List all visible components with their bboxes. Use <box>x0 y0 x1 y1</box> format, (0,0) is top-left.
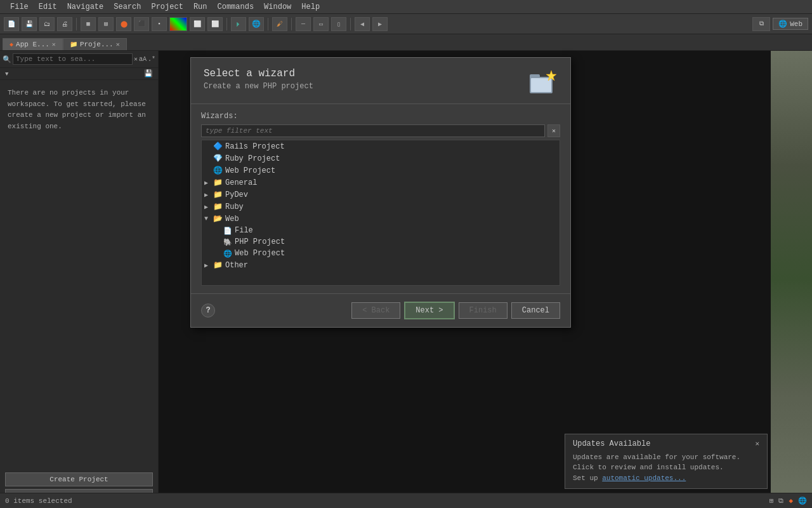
tree-label-other: Other <box>225 261 248 270</box>
ruby-folder-icon: 📁 <box>213 202 223 211</box>
help-button[interactable]: ? <box>201 304 215 318</box>
view-btn1[interactable]: ▦ <box>81 17 96 31</box>
tree-item-rails[interactable]: 🔷 Rails Project <box>202 140 560 152</box>
tree-arrow-pydev: ▶ <box>204 191 211 199</box>
wizard-svg-icon <box>527 68 558 98</box>
view-btn2[interactable]: ▤ <box>98 17 114 31</box>
file-icon: 📄 <box>223 227 232 235</box>
fwd-btn[interactable]: ▶ <box>372 17 388 31</box>
deploy-btn[interactable]: ⏵ <box>231 17 246 31</box>
tab-appexplorer-close[interactable]: ✕ <box>52 41 56 48</box>
cancel-button[interactable]: Cancel <box>511 302 560 319</box>
menu-window[interactable]: Window <box>259 1 296 13</box>
tree-label-php: PHP Project <box>235 237 285 246</box>
tree-item-general[interactable]: ▶ 📁 General <box>202 177 560 189</box>
finish-button[interactable]: Finish <box>459 302 508 319</box>
updates-close-icon[interactable]: ✕ <box>755 439 759 448</box>
font-size-btn[interactable]: aA <box>139 56 147 63</box>
bar2-btn[interactable]: ▯ <box>331 17 346 31</box>
tree-arrow-general: ▶ <box>204 179 211 187</box>
tree-label-file: File <box>235 226 253 235</box>
line-btn[interactable]: — <box>296 17 311 31</box>
save-all-button[interactable]: 🗂 <box>39 17 55 31</box>
tree-item-file[interactable]: 📄 File <box>202 225 560 236</box>
view-btn4[interactable]: ▪ <box>152 17 167 31</box>
menu-file[interactable]: File <box>5 1 34 13</box>
tree-label-web: Web <box>225 215 239 224</box>
create-project-button[interactable]: Create Project <box>5 472 153 486</box>
tab-bar: ◆ App E... ✕ 📁 Proje... ✕ <box>0 34 812 51</box>
tab-appexplorer-icon: ◆ <box>10 41 13 48</box>
tree-item-other[interactable]: ▶ 📁 Other <box>202 259 560 271</box>
tree-item-php-project[interactable]: 🐘 PHP Project <box>202 236 560 248</box>
filter-input[interactable] <box>201 124 545 137</box>
new-button[interactable]: 📄 <box>4 17 19 31</box>
toolbar: 📄 💾 🗂 🖨 ▦ ▤ ⬤ ⬛ ▪ ⬜ ⬜ ⏵ 🌐 🖌 — ▭ ▯ ◀ ▶ ⧉ … <box>0 14 812 34</box>
tab-project-label: Proje... <box>80 41 114 48</box>
status-bar: 0 items selected ⊞ ⧉ ◆ 🌐 <box>0 493 812 508</box>
wizards-label: Wizards: <box>201 112 560 121</box>
menu-navigate[interactable]: Navigate <box>62 1 109 13</box>
status-icon1[interactable]: ⊞ <box>769 497 774 505</box>
tree-label-general: General <box>225 178 257 187</box>
tree-item-ruby-folder[interactable]: ▶ 📁 Ruby <box>202 201 560 213</box>
view-btn6[interactable]: ⬜ <box>207 17 223 31</box>
color-picker[interactable] <box>169 17 187 31</box>
collapse-btn[interactable]: ▼ 💾 <box>0 68 158 80</box>
bar-btn[interactable]: ▭ <box>313 17 329 31</box>
brush-btn[interactable]: 🖌 <box>272 17 287 31</box>
tree-item-web-project2[interactable]: 🌐 Web Project <box>202 248 560 259</box>
updates-link[interactable]: automatic updates... <box>602 474 686 482</box>
regex-btn[interactable]: .* <box>148 56 155 63</box>
web-button[interactable]: 🌐 Web <box>773 18 808 30</box>
updates-line1: Updates are available for your software. <box>573 452 759 463</box>
modal-header: Select a wizard Create a new PHP project <box>191 58 570 104</box>
clear-search-icon[interactable]: ✕ <box>134 55 138 63</box>
wizard-tree[interactable]: 🔷 Rails Project 💎 Ruby Project <box>201 140 560 286</box>
external-btn[interactable]: ⧉ <box>752 17 770 31</box>
tree-item-web-folder[interactable]: ▼ 📂 Web <box>202 213 560 225</box>
left-column: 🔍 ✕ aA .* ▼ 💾 There are no projects in y… <box>0 51 159 508</box>
tree-label-rails: Rails Project <box>225 142 285 151</box>
globe-btn[interactable]: 🌐 <box>249 17 264 31</box>
status-icon4[interactable]: 🌐 <box>798 497 807 505</box>
menu-commands[interactable]: Commands <box>212 1 259 13</box>
tab-project[interactable]: 📁 Proje... ✕ <box>63 38 127 50</box>
menu-search[interactable]: Search <box>108 1 146 13</box>
back-btn[interactable]: ◀ <box>355 17 370 31</box>
menu-help[interactable]: Help <box>296 1 325 13</box>
menu-run[interactable]: Run <box>188 1 213 13</box>
tree-item-pydev[interactable]: ▶ 📁 PyDev <box>202 189 560 201</box>
aptana-icon[interactable]: ⬤ <box>116 17 131 31</box>
filter-row: ✕ <box>201 124 560 137</box>
print-button[interactable]: 🖨 <box>57 17 72 31</box>
search-input[interactable] <box>13 53 133 65</box>
tab-appexplorer[interactable]: ◆ App E... ✕ <box>3 38 63 50</box>
status-icon2[interactable]: ⧉ <box>778 497 783 505</box>
menu-edit[interactable]: Edit <box>34 1 62 13</box>
panel-search-area: 🔍 ✕ aA .* <box>0 51 158 68</box>
wizard-modal: Select a wizard Create a new PHP project <box>190 57 571 328</box>
menu-bar: File Edit Navigate Search Project Run Co… <box>0 0 812 14</box>
right-column <box>771 51 812 508</box>
tree-arrow-other: ▶ <box>204 262 211 269</box>
tree-item-web-project[interactable]: 🌐 Web Project <box>202 164 560 177</box>
status-icon3[interactable]: ◆ <box>789 497 793 505</box>
view-btn3[interactable]: ⬛ <box>134 17 149 31</box>
save-button[interactable]: 💾 <box>22 17 37 31</box>
sidebar-photo <box>771 51 812 508</box>
tab-project-close[interactable]: ✕ <box>116 41 120 48</box>
app-container: File Edit Navigate Search Project Run Co… <box>0 0 812 508</box>
web-label: Web <box>790 20 802 28</box>
tree-item-ruby-project[interactable]: 💎 Ruby Project <box>202 152 560 164</box>
updates-line3: Set up automatic updates... <box>573 473 759 484</box>
updates-line2: Click to review and install updates. <box>573 462 759 473</box>
menu-project[interactable]: Project <box>146 1 188 13</box>
next-button[interactable]: Next > <box>404 302 454 319</box>
view-btn5[interactable]: ⬜ <box>190 17 205 31</box>
status-items-selected: 0 items selected <box>5 497 72 505</box>
wizard-icon <box>527 68 558 98</box>
back-button[interactable]: < Back <box>351 302 400 319</box>
filter-clear-button[interactable]: ✕ <box>547 124 560 137</box>
sep1 <box>76 18 77 30</box>
